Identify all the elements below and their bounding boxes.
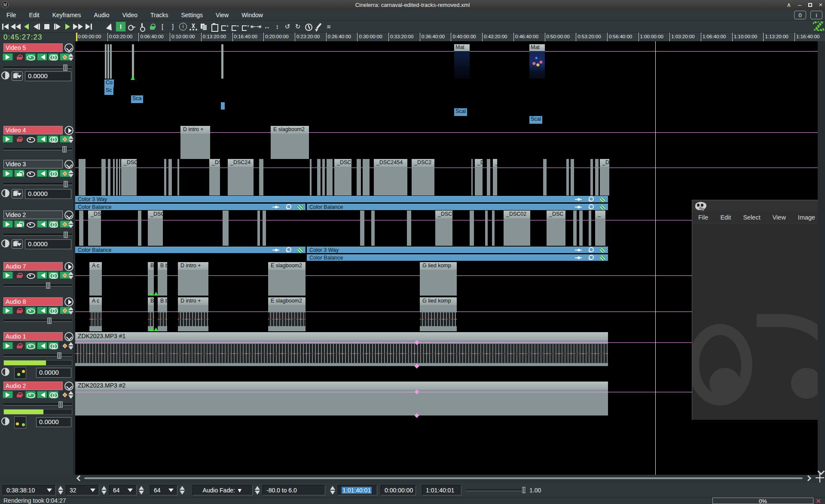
track-nudge-stepper[interactable]	[68, 342, 74, 350]
track-fader-handle[interactable]	[63, 231, 68, 238]
copy-button[interactable]	[199, 21, 208, 32]
fit-width-button[interactable]: ↔	[262, 21, 272, 32]
video-clip[interactable]: _DSC02	[504, 211, 530, 246]
clip-label-chip[interactable]: Co	[104, 79, 114, 87]
video-clip[interactable]	[116, 159, 118, 195]
paste-button[interactable]	[209, 21, 219, 32]
draw-media-button[interactable]	[25, 53, 36, 61]
gimp-titlebar[interactable]	[692, 200, 825, 212]
effect-keyframe-icon[interactable]	[575, 248, 582, 252]
audio-clip[interactable]: G lied komp	[420, 262, 457, 296]
audio-clip[interactable]: B b	[158, 262, 167, 296]
keyframe-curve-icon[interactable]	[137, 21, 147, 32]
selection-start-field[interactable]: 1:01:40:01	[338, 485, 377, 495]
video-clip[interactable]	[79, 211, 83, 246]
redo-button[interactable]: ↻	[293, 21, 302, 32]
play-track-button[interactable]	[3, 53, 13, 61]
pan-box[interactable]	[14, 416, 26, 428]
clip[interactable]	[105, 44, 107, 79]
track-title-audio-1[interactable]: Audio 1	[3, 332, 63, 341]
gang-track-button[interactable]	[48, 307, 58, 314]
mix-icon[interactable]	[1, 189, 9, 197]
effect-toggle-icon[interactable]	[600, 205, 605, 210]
track-title-video-3[interactable]: Video 3	[3, 160, 63, 168]
effect-bar-color-balance[interactable]: Color Balance	[307, 204, 608, 210]
track-title-video-4[interactable]: Video 4	[3, 126, 63, 134]
track-fader[interactable]	[3, 284, 72, 287]
mute-track-button[interactable]	[37, 170, 47, 177]
clip[interactable]	[110, 44, 112, 79]
video-clip[interactable]: _D	[493, 159, 497, 195]
menu-edit[interactable]: Edit	[23, 12, 46, 18]
track-title-audio-7[interactable]: Audio 7	[3, 262, 63, 271]
lock-labels-icon[interactable]	[147, 21, 157, 32]
mix-icon[interactable]	[1, 368, 9, 376]
video-clip[interactable]	[485, 211, 488, 246]
session-0-button[interactable]: 0	[794, 11, 806, 19]
play-track-button[interactable]	[3, 220, 13, 228]
gang-track-button[interactable]	[48, 391, 58, 398]
gimp-menu-view[interactable]: View	[773, 214, 786, 221]
goto-end-button[interactable]	[84, 21, 93, 32]
track-title-audio-8[interactable]: Audio 8	[3, 297, 63, 306]
playhead-line[interactable]	[655, 41, 656, 475]
label-info-icon[interactable]	[178, 21, 188, 32]
mute-track-button[interactable]	[37, 53, 47, 61]
video-clip[interactable]	[470, 211, 474, 246]
track-nudge-stepper[interactable]	[68, 307, 74, 315]
manual-goto-icon[interactable]	[314, 21, 323, 32]
video-clip[interactable]	[317, 159, 321, 195]
track-nudge-stepper[interactable]	[68, 272, 74, 279]
play-track-button[interactable]	[3, 391, 13, 398]
goto-start-button[interactable]	[0, 21, 10, 32]
audio-clip[interactable]: ZDK2023.MP3 #2	[75, 382, 608, 415]
video-clip[interactable]: Mat	[529, 44, 545, 79]
effect-keyframe-icon[interactable]	[575, 256, 582, 260]
video-clip[interactable]	[322, 159, 325, 195]
amplitude-zoom-stepper[interactable]	[138, 486, 145, 495]
track-expander-icon[interactable]	[64, 382, 73, 391]
fade-range-field[interactable]: -80.0 to 6.0	[263, 485, 325, 495]
effect-magnifier-icon[interactable]	[588, 255, 594, 261]
to-clip-icon[interactable]	[220, 21, 229, 32]
fade-value-field[interactable]: 0.0000	[25, 239, 71, 249]
in-point-button[interactable]: [	[158, 21, 167, 32]
frame-forward-button[interactable]	[52, 21, 62, 32]
track-title-video-2[interactable]: Video 2	[3, 211, 63, 219]
video-clip[interactable]	[138, 211, 141, 246]
clock-icon[interactable]	[303, 21, 313, 32]
menu-file[interactable]: File	[0, 12, 23, 18]
draw-media-button[interactable]	[25, 220, 36, 228]
video-clip[interactable]	[259, 159, 263, 195]
audio-clip[interactable]: E slagboom2	[268, 262, 306, 296]
gang-track-button[interactable]	[48, 220, 58, 228]
selection-end-field[interactable]: 1:01:40:01	[422, 485, 461, 495]
track-title-audio-2[interactable]: Audio 2	[3, 382, 63, 390]
mix-icon[interactable]	[1, 417, 9, 425]
video-clip[interactable]	[595, 159, 599, 195]
track-nudge-stepper[interactable]	[68, 391, 74, 399]
video-clip[interactable]	[571, 159, 574, 195]
sample-zoom-combo[interactable]: 32	[66, 485, 99, 495]
audio-clip[interactable]: E slagboom2	[268, 297, 306, 331]
gimp-menu-select[interactable]: Select	[743, 214, 760, 221]
fast-forward-button[interactable]	[73, 21, 83, 32]
video-clip[interactable]	[119, 159, 120, 195]
video-clip[interactable]: Mat	[454, 44, 470, 79]
mute-track-button[interactable]	[37, 342, 47, 349]
video-clip[interactable]	[589, 211, 591, 246]
effect-bar-color-3-way[interactable]: Color 3 Way	[75, 196, 608, 202]
overlay-mode-button[interactable]	[12, 189, 23, 199]
effect-toggle-icon[interactable]	[600, 255, 605, 261]
gang-track-button[interactable]	[48, 170, 58, 177]
selection-duration-field[interactable]: 0:00:00:00	[381, 485, 416, 495]
stop-button[interactable]	[42, 21, 52, 32]
arm-track-button[interactable]	[14, 170, 24, 177]
clip[interactable]	[132, 44, 134, 79]
draw-media-button[interactable]	[25, 307, 36, 314]
horizontal-scroll-thumb[interactable]	[84, 477, 803, 479]
mix-icon[interactable]	[1, 71, 9, 79]
arm-track-button[interactable]	[14, 53, 24, 61]
video-clip[interactable]: _DSC	[547, 211, 565, 246]
draw-media-button[interactable]	[25, 272, 36, 279]
